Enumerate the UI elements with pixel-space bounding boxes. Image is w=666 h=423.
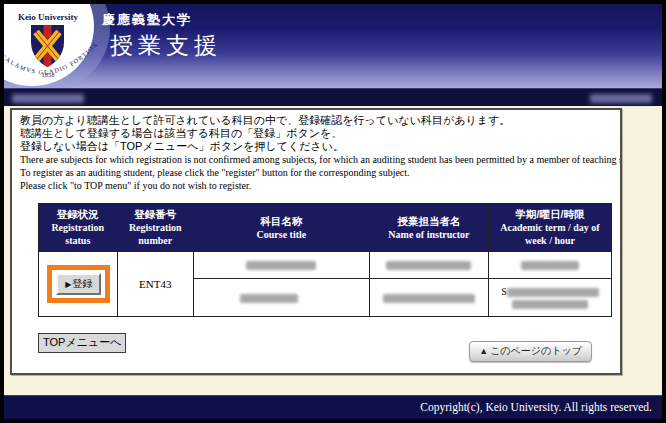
instruction-jp-2: 聴講生として登録する場合は該当する科目の「登録」ボタンを、 [20, 127, 612, 140]
instructor-en-cell [369, 279, 488, 317]
content-box: 教員の方より聴講生として許可されている科目の中で、登録確認を行っていない科目があ… [10, 108, 622, 375]
instructor-jp-cell [369, 252, 488, 279]
col-registration-status: 登録状況 Registration status [39, 204, 118, 252]
col-course-title: 科目名称 Course title [193, 204, 369, 252]
instruction-en-2: To register as an auditing student, plea… [20, 166, 612, 179]
copyright-text: Copyright(c), Keio University. All right… [420, 401, 652, 413]
term-visible-prefix: S [501, 286, 507, 297]
register-button[interactable]: ▶登録 [56, 273, 101, 295]
instruction-jp-3: 登録しない場合は「TOPメニューへ」ボタンを押してください。 [20, 140, 612, 153]
col-term-day-hour: 学期/曜日/時限 Academic term / day of week / h… [488, 204, 611, 252]
col-en: Registration status [41, 221, 115, 247]
col-en: Registration number [120, 221, 191, 247]
col-jp: 登録番号 [134, 208, 176, 220]
col-jp: 授業担当者名 [397, 215, 460, 227]
course-title-jp-cell [193, 252, 369, 279]
term-jp-cell [488, 252, 611, 279]
redacted-course-title-en [240, 294, 298, 303]
col-en: Academic term / day of week / hour [491, 221, 609, 247]
page-top-button[interactable]: ▲このページのトップ [469, 341, 592, 362]
redacted-datetime [590, 94, 652, 103]
main-area: 教員の方より聴講生として許可されている科目の中で、登録確認を行っていない科目があ… [4, 106, 662, 395]
col-en: Name of instructor [372, 228, 486, 241]
redacted-course-title-jp [246, 261, 316, 270]
highlight-orange-box: ▶登録 [47, 265, 110, 303]
col-jp: 登録状況 [57, 208, 99, 220]
registration-number-cell: ENT43 [117, 252, 193, 317]
registration-table: 登録状況 Registration status 登録番号 Registrati… [38, 203, 612, 317]
table-row: ▶登録 ENT43 [39, 252, 612, 279]
col-jp: 学期/曜日/時限 [516, 208, 585, 220]
col-en: Course title [196, 228, 367, 241]
logo-university-text: Keio University [18, 12, 79, 22]
col-instructor-name: 授業担当者名 Name of instructor [369, 204, 488, 252]
redacted-instructor-jp [386, 261, 471, 270]
col-jp: 科目名称 [260, 215, 302, 227]
top-menu-button[interactable]: TOPメニューへ [38, 333, 126, 353]
redacted-term-en-line2 [512, 300, 588, 309]
redacted-instructor-en [383, 294, 475, 303]
organization-name: 慶應義塾大学 [102, 11, 192, 29]
page: Keio University 1858 CALAMVS GLADIO FORT… [0, 0, 666, 423]
instruction-en-3: Please click "to TOP menu" if you do not… [20, 179, 612, 192]
table-header-row: 登録状況 Registration status 登録番号 Registrati… [39, 204, 612, 252]
user-info-bar [4, 88, 662, 106]
triangle-up-icon: ▲ [479, 346, 488, 356]
redacted-term-en-line1 [507, 288, 599, 297]
course-title-en-cell [193, 279, 369, 317]
col-registration-number: 登録番号 Registration number [117, 204, 193, 252]
registration-status-cell: ▶登録 [39, 252, 118, 317]
page-top-label: このページのトップ [490, 345, 582, 356]
triangle-right-icon: ▶ [65, 280, 71, 289]
instruction-en-1: There are subjects for which registratio… [20, 153, 612, 166]
page-title: 授業支援 [110, 30, 222, 61]
register-button-label: 登録 [72, 278, 92, 289]
redacted-user-name [12, 94, 84, 103]
redacted-term-jp [521, 261, 579, 270]
header-banner: Keio University 1858 CALAMVS GLADIO FORT… [4, 4, 662, 88]
term-en-cell: S [488, 279, 611, 317]
footer-bar: Copyright(c), Keio University. All right… [4, 395, 662, 419]
instruction-jp-1: 教員の方より聴講生として許可されている科目の中で、登録確認を行っていない科目があ… [20, 114, 612, 127]
